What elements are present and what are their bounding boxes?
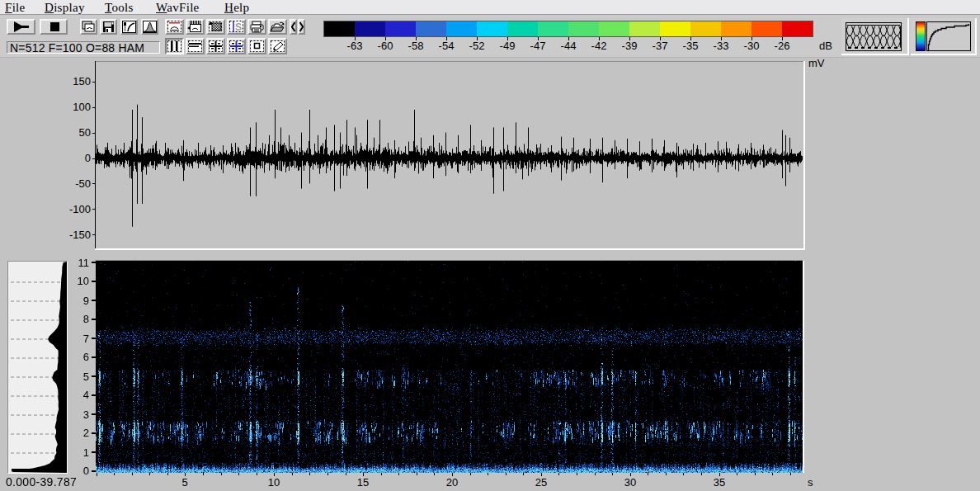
svg-text:S: S	[235, 21, 242, 33]
